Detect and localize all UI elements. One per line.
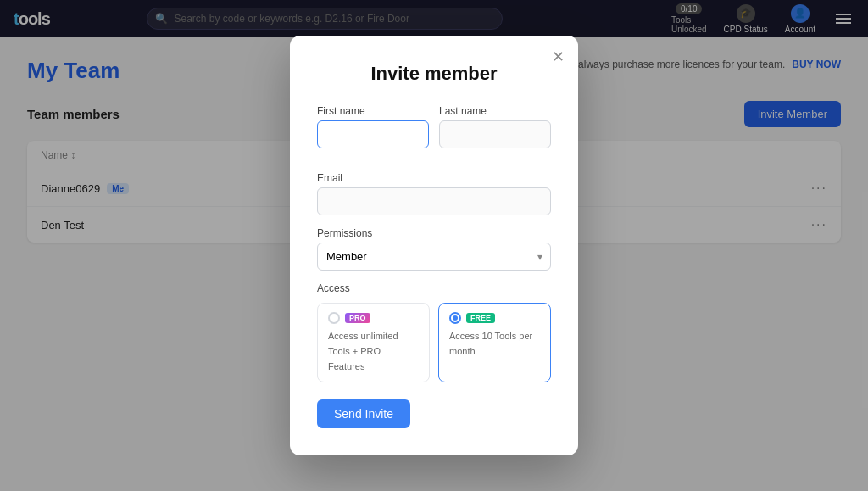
pro-access-badge: PRO (345, 313, 370, 323)
free-access-badge: FREE (466, 313, 495, 323)
modal-close-button[interactable]: ✕ (552, 49, 565, 64)
first-name-input[interactable] (317, 120, 429, 148)
radio-free (449, 312, 461, 324)
name-row: First name Last name (317, 105, 551, 160)
permissions-label: Permissions (317, 227, 551, 239)
radio-pro (328, 312, 340, 324)
email-input[interactable] (317, 187, 551, 215)
email-label: Email (317, 172, 551, 184)
last-name-group: Last name (439, 105, 551, 148)
permissions-select-wrapper: Member Admin Owner ▾ (317, 243, 551, 271)
access-section: Access PRO Access unlimited Tools + PRO … (317, 282, 551, 382)
send-invite-button[interactable]: Send Invite (317, 399, 410, 428)
free-access-desc: Access 10 Tools per month (449, 331, 532, 356)
last-name-input[interactable] (439, 120, 551, 148)
first-name-label: First name (317, 105, 429, 117)
pro-access-desc: Access unlimited Tools + PRO Features (328, 331, 398, 371)
email-group: Email (317, 172, 551, 215)
last-name-label: Last name (439, 105, 551, 117)
access-options: PRO Access unlimited Tools + PRO Feature… (317, 303, 551, 382)
access-option-pro[interactable]: PRO Access unlimited Tools + PRO Feature… (317, 303, 430, 382)
permissions-select[interactable]: Member Admin Owner (317, 243, 551, 271)
access-label: Access (317, 282, 551, 294)
access-option-free-header: FREE (449, 312, 540, 324)
first-name-group: First name (317, 105, 429, 148)
modal-overlay[interactable]: ✕ Invite member First name Last name Ema… (0, 0, 868, 491)
modal-title: Invite member (317, 63, 551, 85)
invite-member-modal: ✕ Invite member First name Last name Ema… (290, 36, 578, 455)
permissions-group: Permissions Member Admin Owner ▾ (317, 227, 551, 271)
access-option-free[interactable]: FREE Access 10 Tools per month (438, 303, 551, 382)
access-option-pro-header: PRO (328, 312, 419, 324)
